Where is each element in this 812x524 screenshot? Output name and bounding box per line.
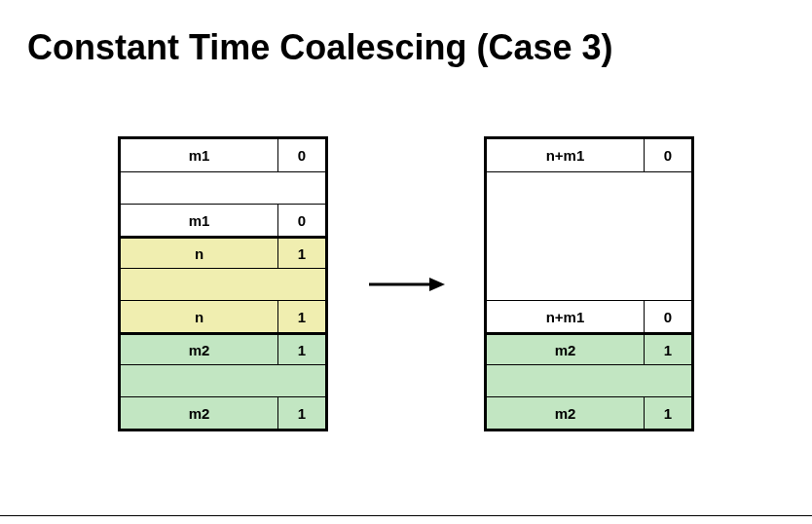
payload-cell (487, 172, 691, 300)
left-b2-payload (121, 268, 325, 300)
right-b3-footer: m2 1 (487, 396, 691, 429)
right-b1-footer: n+m1 0 (487, 300, 691, 332)
alloc-bit-cell: 0 (645, 139, 691, 171)
size-cell: m1 (121, 205, 278, 236)
alloc-bit-cell: 0 (278, 139, 325, 171)
alloc-bit-cell: 0 (278, 205, 325, 236)
size-cell: n+m1 (487, 301, 645, 332)
after-table: n+m1 0 n+m1 0 m2 1 m2 1 (484, 136, 694, 431)
alloc-bit-cell: 1 (278, 301, 325, 332)
left-b2-footer: n 1 (121, 300, 325, 332)
left-b1-header: m1 0 (121, 139, 325, 171)
footer-divider (0, 515, 812, 516)
payload-cell (121, 172, 325, 204)
svg-marker-1 (429, 278, 445, 291)
alloc-bit-cell: 1 (645, 397, 691, 429)
right-b1-payload (487, 171, 691, 300)
size-cell: m2 (121, 335, 278, 364)
alloc-bit-cell: 1 (645, 335, 691, 364)
payload-cell (487, 365, 691, 396)
left-b2-header: n 1 (121, 236, 325, 268)
left-b3-payload (121, 364, 325, 396)
alloc-bit-cell: 0 (645, 301, 691, 332)
alloc-bit-cell: 1 (278, 397, 325, 429)
left-b3-header: m2 1 (121, 332, 325, 364)
left-b3-footer: m2 1 (121, 396, 325, 429)
alloc-bit-cell: 1 (278, 335, 325, 364)
size-cell: m2 (487, 335, 645, 364)
left-b1-footer: m1 0 (121, 204, 325, 236)
size-cell: n (121, 239, 278, 268)
size-cell: m1 (121, 139, 278, 171)
payload-cell (121, 365, 325, 396)
page-title: Constant Time Coalescing (Case 3) (0, 0, 812, 68)
right-b3-header: m2 1 (487, 332, 691, 364)
size-cell: m2 (487, 397, 645, 429)
left-b1-payload (121, 171, 325, 204)
size-cell: n (121, 301, 278, 332)
alloc-bit-cell: 1 (278, 239, 325, 268)
payload-cell (121, 269, 325, 300)
coalescing-diagram: m1 0 m1 0 n 1 n 1 m2 1 (0, 136, 812, 431)
size-cell: m2 (121, 397, 278, 429)
size-cell: n+m1 (487, 139, 645, 171)
arrow-icon (367, 275, 445, 294)
right-b1-header: n+m1 0 (487, 139, 691, 171)
before-table: m1 0 m1 0 n 1 n 1 m2 1 (118, 136, 328, 431)
right-b3-payload (487, 364, 691, 396)
